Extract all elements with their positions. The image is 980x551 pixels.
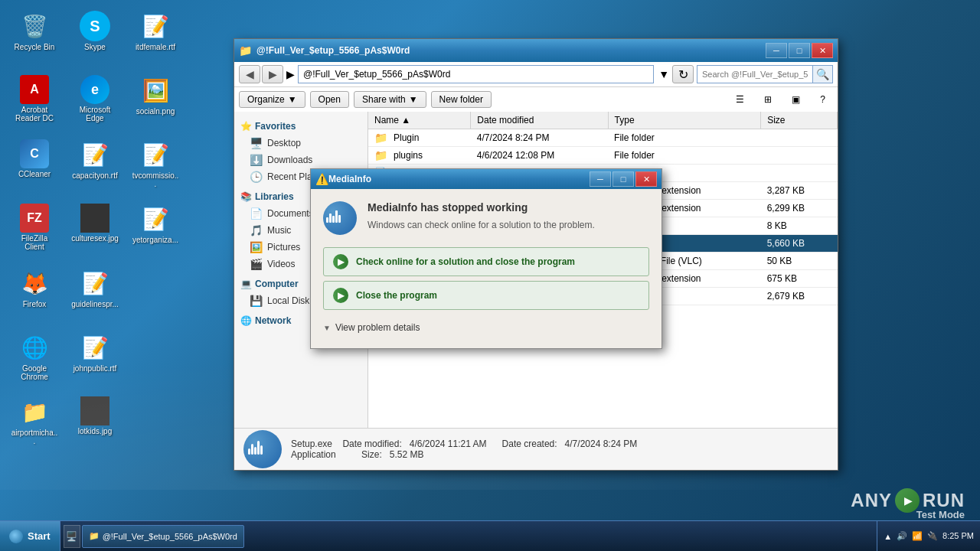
dialog-titlebar: ⚠️ MediaInfo ─ □ ✕ [311, 169, 662, 189]
airportmicha-icon[interactable]: 📁 airportmicha... [8, 393, 61, 455]
recycle-bin-image: 🗑️ [19, 11, 50, 41]
status-date-created-label: Date created: [502, 439, 557, 449]
view-large-button[interactable]: ⊞ [756, 92, 779, 107]
volume-icon[interactable]: 🔊 [897, 531, 907, 541]
recycle-bin-icon[interactable]: 🗑️ Recycle Bin [8, 8, 61, 69]
help-button[interactable]: ? [812, 92, 833, 107]
view-details-button[interactable]: ☰ [728, 92, 752, 107]
socialn-png-icon[interactable]: 🖼️ socialn.png [129, 72, 182, 133]
start-button[interactable]: Start [0, 521, 60, 551]
sidebar-downloads-label: Downloads [267, 155, 312, 165]
address-input[interactable] [298, 65, 654, 83]
col-type[interactable]: Type [608, 112, 761, 129]
system-clock[interactable]: 8:25 PM [942, 530, 974, 542]
open-button[interactable]: Open [310, 91, 349, 108]
socialn-png-label: socialn.png [136, 107, 175, 116]
power-icon[interactable]: 🔌 [927, 531, 938, 541]
dialog-close-button[interactable]: ✕ [635, 171, 657, 187]
minimize-button[interactable]: ─ [766, 43, 787, 58]
tray-up-arrow[interactable]: ▲ [884, 532, 892, 541]
table-row[interactable]: 📁Plugin 4/7/2024 8:24 PM File folder [368, 129, 838, 147]
view-problem-details[interactable]: ▼ View problem details [323, 319, 649, 336]
airportmicha-label: airportmicha... [11, 429, 58, 445]
explorer-titlebar: 📁 @!Full_Ver_$etup_5566_pAs$W0rd ─ □ ✕ [234, 39, 838, 62]
lotkids-jpg-icon[interactable]: lotkids.jpg [68, 393, 122, 455]
culturesex-jpg-icon[interactable]: culturesex.jpg [68, 201, 122, 262]
taskbar-explorer-item[interactable]: 📁 @!Full_Ver_$etup_5566_pAs$W0rd [82, 525, 244, 548]
johnpublic-rtf-label: johnpublic.rtf [74, 364, 117, 373]
file-size [761, 129, 838, 147]
maximize-button[interactable]: □ [789, 43, 810, 58]
skype-icon[interactable]: S Skype [68, 8, 122, 69]
share-with-arrow: ▼ [409, 94, 418, 105]
open-label: Open [318, 94, 341, 105]
new-folder-button[interactable]: New folder [431, 91, 492, 108]
dialog-sound-icon [326, 210, 341, 223]
libraries-label: Libraries [255, 191, 294, 202]
itdfemale-rtf-icon[interactable]: 📝 itdfemale.rtf [129, 8, 182, 69]
refresh-button[interactable]: ↻ [672, 65, 694, 83]
address-dropdown[interactable]: ▼ [658, 68, 669, 80]
taskbar-explorer-label: @!Full_Ver_$etup_5566_pAs$W0rd [103, 532, 237, 541]
file-size: 8 KB [761, 217, 838, 235]
dialog-maximize-button[interactable]: □ [612, 171, 634, 187]
check-online-button[interactable]: ▶ Check online for a solution and close … [323, 247, 649, 276]
recycle-bin-label: Recycle Bin [15, 43, 55, 51]
dialog-controls: ─ □ ✕ [590, 171, 657, 187]
socialn-png-image: 🖼️ [140, 75, 171, 106]
preview-pane-button[interactable]: ▣ [784, 92, 808, 107]
search-box: 🔍 [697, 65, 833, 83]
organize-button[interactable]: Organize ▼ [239, 91, 305, 108]
table-row[interactable]: 📁plugins 4/6/2024 12:08 PM File folder [368, 147, 838, 165]
search-button[interactable]: 🔍 [812, 66, 832, 83]
col-date[interactable]: Date modified [471, 112, 608, 129]
videos-icon-small: 🎬 [250, 258, 263, 270]
breadcrumb-arrow[interactable]: ▶ [286, 68, 295, 80]
guidelinespr-rtf-image: 📝 [80, 268, 110, 298]
guidelinespr-rtf-icon[interactable]: 📝 guidelinespr... [68, 265, 122, 326]
col-name[interactable]: Name ▲ [368, 112, 471, 129]
filezilla-icon[interactable]: FZ FileZilla Client [8, 201, 61, 262]
desktop-icons-grid: 🗑️ Recycle Bin S Skype 📝 itdfemale.rtf A… [8, 8, 186, 455]
google-chrome-icon[interactable]: 🌐 Google Chrome [8, 329, 61, 390]
file-size [761, 147, 838, 165]
computer-label: Computer [255, 279, 299, 289]
close-button[interactable]: ✕ [812, 43, 833, 58]
dialog-minimize-button[interactable]: ─ [590, 171, 611, 187]
show-desktop-button[interactable]: 🖥️ [64, 525, 80, 548]
dialog-stopped-msg: MediaInfo has stopped working [368, 201, 649, 214]
forward-button[interactable]: ▶ [262, 65, 283, 83]
johnpublic-rtf-icon[interactable]: 📝 johnpublic.rtf [68, 329, 122, 390]
sidebar-item-desktop[interactable]: 🖥️ Desktop [234, 135, 368, 152]
ccleaner-icon[interactable]: C CCleaner [8, 136, 61, 197]
new-folder-label: New folder [439, 94, 483, 105]
lotkids-jpg-label: lotkids.jpg [78, 427, 112, 435]
lotkids-jpg-image [80, 396, 109, 425]
documents-icon-small: 📄 [250, 207, 263, 220]
network-tray-icon[interactable]: 📶 [912, 531, 923, 541]
firefox-image: 🦊 [19, 268, 50, 298]
col-size[interactable]: Size [761, 112, 838, 129]
tvcommission-rtf-icon[interactable]: 📝 tvcommissio... [129, 136, 182, 197]
status-filename-row: Setup.exe Date modified: 4/6/2024 11:21 … [291, 439, 637, 449]
file-table-header-row: Name ▲ Date modified Type Size [368, 112, 838, 129]
acrobat-reader-image: A [20, 75, 49, 104]
capacityon-rtf-icon[interactable]: 📝 capacityon.rtf [68, 136, 122, 197]
close-program-arrow-icon: ▶ [333, 288, 348, 303]
favorites-label: Favorites [255, 121, 296, 132]
filezilla-label: FileZilla Client [11, 234, 58, 251]
sidebar-item-downloads[interactable]: ⬇️ Downloads [234, 152, 368, 168]
explorer-window-title: 📁 @!Full_Ver_$etup_5566_pAs$W0rd [239, 44, 766, 57]
acrobat-reader-icon[interactable]: A Acrobat Reader DC [8, 72, 61, 133]
share-with-button[interactable]: Share with ▼ [354, 91, 426, 108]
nav-buttons: ◀ ▶ [239, 65, 283, 83]
sidebar-desktop-label: Desktop [267, 138, 301, 148]
back-button[interactable]: ◀ [239, 65, 260, 83]
sidebar-videos-label: Videos [267, 259, 295, 269]
yetorganiza-icon[interactable]: 📝 yetorganiza... [129, 201, 182, 262]
microsoft-edge-icon[interactable]: e Microsoft Edge [68, 72, 122, 133]
close-program-button[interactable]: ▶ Close the program [323, 281, 649, 310]
firefox-icon[interactable]: 🦊 Firefox [8, 265, 61, 326]
file-size: 675 KB [761, 270, 838, 288]
search-input[interactable] [697, 66, 812, 83]
